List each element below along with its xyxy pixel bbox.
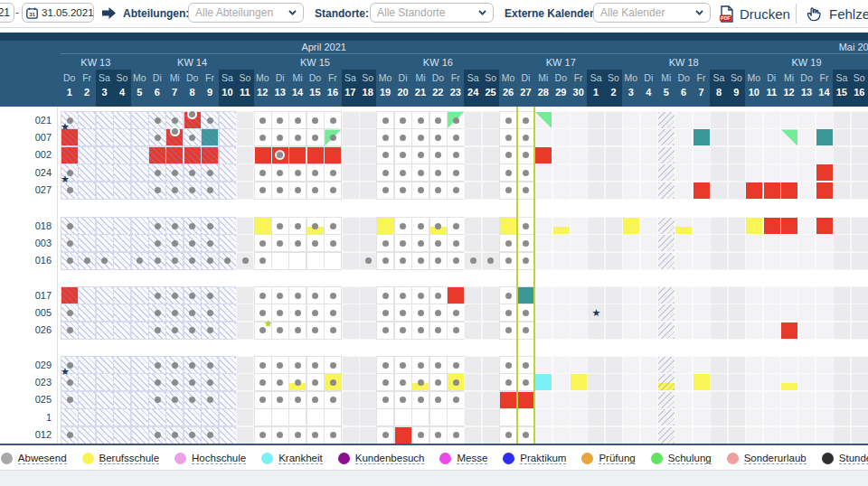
day-cell[interactable]: [745, 217, 763, 235]
day-cell[interactable]: [184, 252, 202, 270]
day-cell[interactable]: [552, 146, 571, 164]
day-cell[interactable]: [359, 304, 377, 322]
day-cell[interactable]: [96, 146, 114, 164]
day-cell[interactable]: [675, 111, 693, 129]
day-cell[interactable]: [148, 182, 166, 200]
day-cell[interactable]: [552, 234, 571, 252]
day-cell[interactable]: [816, 182, 834, 200]
day-cell[interactable]: [710, 164, 728, 182]
day-cell[interactable]: [429, 128, 448, 146]
day-cell[interactable]: [780, 182, 798, 200]
day-cell[interactable]: [657, 391, 675, 409]
day-cell[interactable]: [745, 182, 763, 200]
day-cell[interactable]: [728, 182, 746, 200]
day-cell[interactable]: [113, 286, 131, 304]
day-cell[interactable]: [201, 128, 219, 146]
day-cell[interactable]: [570, 408, 588, 426]
day-cell[interactable]: [254, 391, 272, 409]
day-cell[interactable]: [534, 252, 552, 270]
day-cell[interactable]: [587, 391, 605, 409]
day-cell[interactable]: [376, 408, 394, 426]
day-cell[interactable]: [693, 164, 711, 182]
day-cell[interactable]: [288, 322, 307, 340]
day-cell[interactable]: [517, 164, 535, 182]
day-cell[interactable]: [113, 322, 131, 340]
day-cell[interactable]: [219, 356, 237, 374]
day-cell[interactable]: [254, 408, 272, 426]
day-cell[interactable]: [499, 164, 517, 182]
day-cell[interactable]: [376, 426, 394, 444]
day-cell[interactable]: [675, 217, 693, 235]
day-cell[interactable]: [201, 304, 219, 322]
day-cell[interactable]: [552, 426, 571, 444]
day-cell[interactable]: [464, 111, 482, 129]
day-cell[interactable]: [307, 128, 325, 146]
day-cell[interactable]: [411, 391, 429, 409]
day-cell[interactable]: [745, 286, 763, 304]
day-cell[interactable]: [271, 217, 289, 235]
day-cell[interactable]: [411, 128, 429, 146]
day-cell[interactable]: [411, 322, 429, 340]
day-cell[interactable]: [148, 217, 166, 235]
day-cell[interactable]: [499, 286, 517, 304]
day-cell[interactable]: [131, 164, 149, 182]
day-cell[interactable]: [675, 164, 693, 182]
day-cell[interactable]: [851, 286, 868, 304]
day-cell[interactable]: [148, 252, 166, 270]
day-cell[interactable]: [201, 356, 219, 374]
day-cell[interactable]: [376, 304, 394, 322]
day-cell[interactable]: [376, 373, 394, 391]
day-cell[interactable]: [534, 373, 552, 391]
day-cell[interactable]: [219, 373, 237, 391]
day-cell[interactable]: [359, 128, 377, 146]
day-cell[interactable]: [622, 373, 640, 391]
day-cell[interactable]: [271, 234, 289, 252]
day-cell[interactable]: [622, 356, 640, 374]
day-cell[interactable]: [288, 252, 307, 270]
day-cell[interactable]: [201, 146, 219, 164]
day-cell[interactable]: [517, 391, 535, 409]
day-cell[interactable]: [201, 286, 219, 304]
day-cell[interactable]: [797, 426, 816, 444]
day-cell[interactable]: [797, 373, 816, 391]
day-cell[interactable]: [570, 373, 588, 391]
day-cell[interactable]: [816, 408, 834, 426]
day-cell[interactable]: [552, 252, 571, 270]
day-cell[interactable]: [165, 111, 184, 129]
day-cell[interactable]: [447, 217, 465, 235]
day-cell[interactable]: [271, 426, 289, 444]
day-cell[interactable]: [833, 356, 851, 374]
day-cell[interactable]: [816, 391, 834, 409]
day-cell[interactable]: [61, 408, 79, 426]
day-cell[interactable]: [165, 304, 184, 322]
day-cell[interactable]: [394, 111, 412, 129]
day-cell[interactable]: [605, 286, 623, 304]
day-cell[interactable]: [271, 391, 289, 409]
day-cell[interactable]: [271, 252, 289, 270]
day-cell[interactable]: [254, 111, 272, 129]
day-cell[interactable]: [587, 146, 605, 164]
day-cell[interactable]: [622, 111, 640, 129]
day-cell[interactable]: [587, 234, 605, 252]
day-cell[interactable]: [745, 252, 763, 270]
day-cell[interactable]: [640, 408, 658, 426]
day-cell[interactable]: [657, 111, 675, 129]
day-cell[interactable]: [394, 234, 412, 252]
day-cell[interactable]: [534, 322, 552, 340]
day-cell[interactable]: [376, 128, 394, 146]
legend-label[interactable]: Schulung: [668, 453, 712, 464]
day-cell[interactable]: [307, 182, 325, 200]
day-cell[interactable]: [710, 128, 728, 146]
day-cell[interactable]: [394, 164, 412, 182]
day-cell[interactable]: [587, 252, 605, 270]
day-cell[interactable]: [499, 182, 517, 200]
day-cell[interactable]: [201, 426, 219, 444]
day-cell[interactable]: [411, 408, 429, 426]
day-cell[interactable]: [61, 252, 79, 270]
day-cell[interactable]: [693, 322, 711, 340]
day-cell[interactable]: [184, 391, 202, 409]
day-cell[interactable]: [710, 146, 728, 164]
day-cell[interactable]: [728, 111, 746, 129]
day-cell[interactable]: [534, 217, 552, 235]
day-cell[interactable]: [851, 234, 868, 252]
